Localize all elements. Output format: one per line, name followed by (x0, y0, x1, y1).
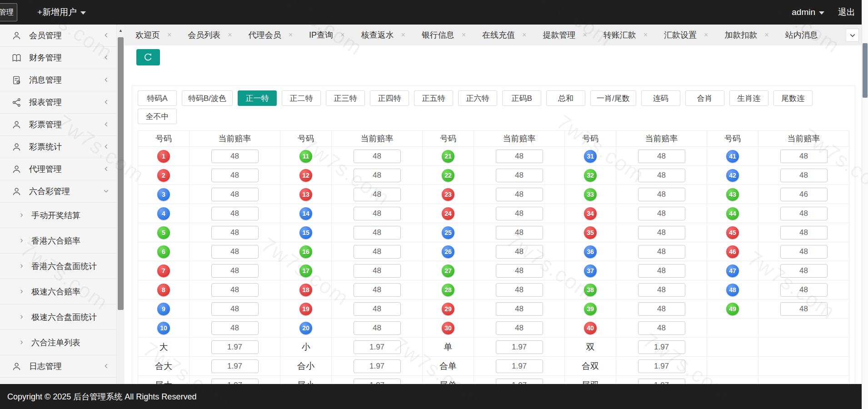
tab-online-deposit[interactable]: 在线充值× (482, 30, 526, 40)
page-scrollbar[interactable] (862, 0, 868, 409)
odds-input-ball-33[interactable] (638, 188, 685, 201)
filter-button-zodiac-tail[interactable]: 一肖/尾数 (590, 90, 636, 106)
tab-add-deduct[interactable]: 加款扣款× (724, 30, 768, 40)
tab-close-icon[interactable]: × (167, 31, 171, 39)
odds-input-ball-21[interactable] (496, 150, 543, 163)
odds-input-大[interactable] (211, 340, 259, 354)
odds-input-ball-19[interactable] (354, 302, 401, 316)
odds-input-ball-13[interactable] (354, 188, 401, 201)
filter-button-all-miss[interactable]: 全不中 (138, 109, 177, 124)
odds-input-ball-49[interactable] (780, 302, 828, 316)
odds-input-ball-39[interactable] (638, 302, 685, 316)
odds-input-ball-20[interactable] (354, 321, 401, 335)
tab-close-icon[interactable]: × (764, 31, 768, 39)
tab-close-icon[interactable]: × (289, 31, 293, 39)
odds-input-ball-35[interactable] (638, 226, 685, 239)
odds-input-ball-1[interactable] (211, 150, 259, 163)
sidebar-item-agent-mgmt[interactable]: 代理管理 (0, 158, 116, 180)
sidebar-subitem-hk-six-board-stats[interactable]: 香港六合盘面统计 (0, 254, 116, 279)
tab-close-icon[interactable]: × (462, 31, 466, 39)
tab-close-icon[interactable]: × (228, 31, 232, 39)
odds-input-ball-14[interactable] (354, 207, 401, 220)
filter-button-tail-lian[interactable]: 尾数连 (773, 90, 813, 106)
tab-transfer-remit[interactable]: 转账汇款× (604, 30, 648, 40)
odds-input-合小[interactable] (354, 359, 401, 373)
odds-input-ball-27[interactable] (496, 264, 543, 278)
sidebar-item-message-mgmt[interactable]: 消息管理 (0, 69, 116, 91)
tab-close-icon[interactable]: × (583, 31, 587, 39)
tab-bank-info[interactable]: 银行信息× (422, 30, 466, 40)
tab-close-icon[interactable]: × (704, 31, 708, 39)
odds-input-ball-17[interactable] (354, 264, 401, 278)
odds-input-ball-4[interactable] (211, 207, 259, 220)
sidebar-subitem-speed-six-odds[interactable]: 极速六合赔率 (0, 279, 116, 304)
odds-input-小[interactable] (354, 340, 401, 354)
sidebar-item-finance-mgmt[interactable]: 财务管理 (0, 47, 116, 69)
tab-close-icon[interactable]: × (522, 31, 526, 39)
odds-input-ball-23[interactable] (496, 188, 543, 201)
filter-button-zheng-5[interactable]: 正五特 (414, 90, 453, 106)
odds-input-ball-37[interactable] (638, 264, 685, 278)
odds-input-ball-41[interactable] (780, 150, 828, 163)
sidebar-item-lottery-stats[interactable]: 彩票统计 (0, 136, 116, 158)
tab-close-icon[interactable]: × (401, 31, 405, 39)
odds-input-ball-8[interactable] (211, 283, 259, 297)
odds-input-ball-3[interactable] (211, 188, 259, 201)
sidebar-subitem-manual-draw-settle[interactable]: 手动开奖结算 (0, 203, 116, 228)
odds-input-ball-16[interactable] (354, 245, 401, 259)
odds-input-ball-22[interactable] (496, 169, 543, 182)
sidebar-subitem-speed-six-board-stats[interactable]: 极速六合盘面统计 (0, 304, 116, 330)
scroll-up-icon[interactable]: ▲ (117, 26, 125, 35)
tab-close-icon[interactable]: × (644, 31, 648, 39)
odds-input-ball-48[interactable] (780, 283, 828, 297)
odds-input-ball-29[interactable] (496, 302, 543, 316)
sidebar-scrollbar-thumb[interactable] (118, 37, 124, 310)
filter-button-special-a[interactable]: 特码A (138, 90, 177, 106)
sidebar-subitem-six-bet-list[interactable]: 六合注单列表 (0, 330, 116, 355)
filter-button-sum[interactable]: 总和 (546, 90, 585, 106)
tab-withdrawal-mgmt[interactable]: 提款管理× (543, 30, 587, 40)
odds-input-ball-25[interactable] (496, 226, 543, 239)
odds-input-ball-6[interactable] (211, 245, 259, 259)
sidebar-item-mark-six-mgmt[interactable]: 六合彩管理 (0, 180, 116, 203)
odds-input-合单[interactable] (496, 359, 543, 373)
sidebar-item-member-mgmt[interactable]: 会员管理 (0, 25, 116, 47)
tab-agent-member[interactable]: 代理会员× (249, 30, 293, 40)
odds-input-ball-45[interactable] (780, 226, 828, 239)
odds-input-ball-5[interactable] (211, 226, 259, 239)
filter-button-zhengma-b[interactable]: 正码B (502, 90, 541, 106)
odds-input-ball-43[interactable] (780, 188, 828, 201)
odds-input-ball-18[interactable] (354, 283, 401, 297)
odds-input-ball-38[interactable] (638, 283, 685, 297)
sidebar-item-log-mgmt[interactable]: 日志管理 (0, 355, 116, 378)
odds-input-ball-36[interactable] (638, 245, 685, 259)
tab-ip-query[interactable]: IP查询× (309, 30, 344, 40)
filter-button-zheng-1[interactable]: 正一特 (238, 90, 277, 106)
odds-input-双[interactable] (638, 340, 685, 354)
tab-rebate-check[interactable]: 核查返水× (361, 30, 405, 40)
filter-button-hexiao[interactable]: 合肖 (685, 90, 724, 106)
tab-remit-settings[interactable]: 汇款设置× (664, 30, 708, 40)
odds-input-ball-26[interactable] (496, 245, 543, 259)
filter-button-zodiac-lian[interactable]: 生肖连 (729, 90, 768, 106)
page-scrollbar-thumb[interactable] (863, 43, 868, 98)
odds-input-ball-32[interactable] (638, 169, 685, 182)
filter-button-special-b-color[interactable]: 特码B/波色 (182, 90, 233, 106)
odds-input-ball-24[interactable] (496, 207, 543, 220)
odds-input-ball-10[interactable] (211, 321, 259, 335)
odds-input-ball-34[interactable] (638, 207, 685, 220)
tab-overflow-button[interactable] (846, 29, 859, 42)
filter-button-zheng-2[interactable]: 正二特 (282, 90, 321, 106)
odds-input-ball-15[interactable] (354, 226, 401, 239)
odds-input-ball-12[interactable] (354, 169, 401, 182)
odds-input-ball-11[interactable] (354, 150, 401, 163)
odds-input-合大[interactable] (211, 359, 259, 373)
filter-button-zheng-4[interactable]: 正四特 (370, 90, 409, 106)
sidebar-item-report-mgmt[interactable]: 报表管理 (0, 91, 116, 114)
sidebar-scrollbar[interactable]: ▲ ▼ (116, 25, 125, 409)
odds-input-ball-46[interactable] (780, 245, 828, 259)
filter-button-lianma[interactable]: 连码 (641, 90, 680, 106)
odds-input-合双[interactable] (638, 359, 685, 373)
filter-button-zheng-6[interactable]: 正六特 (458, 90, 497, 106)
odds-input-单[interactable] (496, 340, 543, 354)
